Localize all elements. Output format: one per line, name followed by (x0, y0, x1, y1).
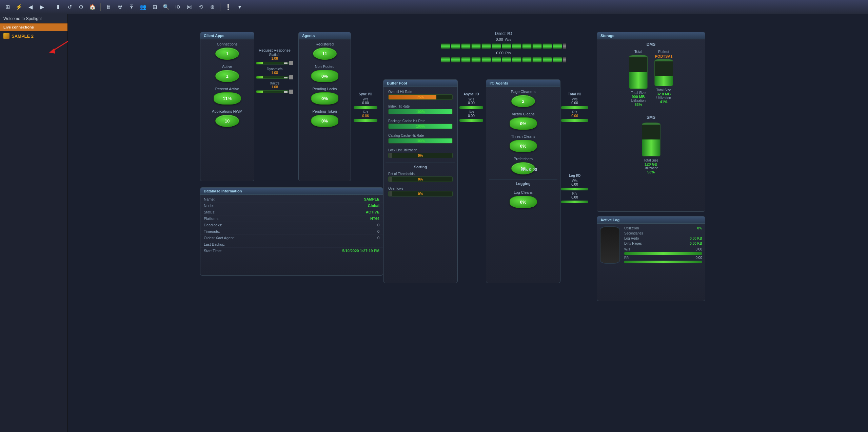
db-last-backup-label: Last Backup: (204, 242, 258, 246)
io-seg (481, 57, 491, 62)
xacts-row: Xact/s 1.08 (256, 81, 293, 94)
io-seg (461, 57, 471, 62)
db-info-title: Database Information (200, 188, 383, 195)
xacts-label: Xact/s (256, 81, 293, 85)
db-timeouts-row: Timeouts: 0 (200, 228, 383, 235)
dms-total-size-label: Total Size (629, 91, 648, 95)
log-cleans-value: 0% (510, 196, 537, 208)
db-oldest-xact-value: 0 (258, 236, 379, 240)
toolbar-icon-1[interactable]: ⊞ (3, 2, 12, 12)
overflows-row: Overflows 0% (386, 186, 455, 198)
log-ws-value: 0.00 (561, 183, 588, 186)
toolbar-icon-agent[interactable]: ⟲ (196, 2, 205, 12)
toolbar-icon-refresh[interactable]: ↺ (65, 2, 74, 12)
io-seg (512, 43, 521, 49)
log-io-section: Log I/O W/s 0.00 R/s 0.00 (561, 174, 588, 205)
io-seg (532, 57, 542, 62)
dms-total-label: Total (629, 50, 648, 54)
pending-locks-label: Pending Locks (301, 87, 348, 91)
toolbar-icon-search[interactable]: 🔍 (161, 2, 171, 12)
non-pooled-section: Non-Pooled 0% (301, 64, 348, 83)
catalog-cache-bar: 100% (388, 138, 453, 144)
wis-label: Wis 0.00 (521, 167, 537, 172)
log-ws-label: W/s (561, 179, 588, 183)
toolbar-icon-network[interactable]: ⋈ (184, 2, 194, 12)
request-response-section: Request Response Static/s 1.08 Dynamic/s… (256, 48, 293, 94)
sms-label: SMS (600, 115, 702, 120)
sms-util-label: Utilization (600, 166, 702, 170)
statics-row: Static/s 1.08 (256, 53, 293, 65)
non-pooled-value: 0% (311, 70, 338, 82)
async-io-rs-bar (459, 119, 483, 122)
active-log-content: Utilization 0% Secondaries Log Redo 0.00… (597, 224, 705, 267)
active-log-ws-value: 0.00 (696, 247, 702, 251)
toolbar-icon-storage[interactable]: 🗄 (127, 2, 136, 12)
db-name-label: Name: (204, 197, 258, 201)
io-seg (492, 43, 501, 49)
io-seg (553, 43, 562, 49)
buffer-pool-panel: Buffer Pool Overall Hit Rate 75% Index H… (383, 79, 458, 283)
db-timeouts-label: Timeouts: (204, 229, 258, 233)
io-seg (522, 57, 532, 62)
dms-total: Total Total Size 900 MB Utilization 53% (629, 50, 648, 107)
total-io-label: Total I/O (568, 92, 581, 96)
io-seg-end (563, 57, 566, 62)
buffer-pool-title: Buffer Pool (383, 80, 457, 87)
toolbar-icon-users[interactable]: 👥 (138, 2, 148, 12)
toolbar-icon-pause[interactable]: ⏸ (53, 2, 63, 12)
overflows-fill (389, 191, 392, 196)
main-content: Direct I/O 0.00 W/s 0.00 R/s (68, 14, 868, 432)
prefetchers-section: Prefetchers 16 (489, 157, 557, 176)
index-hit-rate-label: Index Hit Rate (388, 105, 453, 108)
sorting-section: Sorting (386, 163, 455, 171)
overall-hit-rate-bar: 75% (388, 94, 453, 100)
direct-io-rs-value: 0.00 (496, 51, 504, 55)
toolbar-icon-settings[interactable]: ⚙ (76, 2, 86, 12)
page-cleaners-label: Page Cleaners (489, 90, 557, 94)
toolbar-icon-monitor[interactable]: 🖥 (104, 2, 113, 12)
registered-label: Registered (301, 42, 348, 46)
sidebar-server-name: SAMPLE 2 (12, 34, 34, 39)
connections-value: 1 (215, 48, 239, 60)
package-cache-bar: 100% (388, 124, 453, 129)
percent-active-value: 11% (214, 92, 241, 105)
io-seg (542, 43, 552, 49)
active-log-redo-value: 0.00 KB (690, 237, 702, 240)
async-io-section: Async I/O W/s 0.00 R/s 0.00 (459, 92, 483, 123)
toolbar-icon-4[interactable]: ▶ (37, 2, 47, 12)
pct-thresholds-bar: 0% (388, 176, 453, 182)
toolbar-icon-alert[interactable]: ❕ (223, 2, 233, 12)
toolbar-icon-db[interactable]: ☢ (115, 2, 125, 12)
io-seg (471, 57, 481, 62)
sms-total-section: Total Size 120 GB Utilization 53% (600, 123, 702, 174)
toolbar-icon-disk[interactable]: ⊛ (208, 2, 217, 12)
toolbar-icon-io[interactable]: IO (173, 2, 182, 12)
toolbar-icon-2[interactable]: ⚡ (14, 2, 24, 12)
active-log-cylinder (600, 226, 620, 264)
toolbar-icon-menu[interactable]: ▾ (235, 2, 244, 12)
db-deadlocks-row: Deadlocks: 0 (200, 222, 383, 228)
toolbar-icon-3[interactable]: ◀ (26, 2, 35, 12)
page-cleaners-value: 2 (511, 95, 535, 107)
lock-list-label: Lock List Utilization (388, 148, 453, 152)
toolbar-icon-home[interactable]: 🏠 (88, 2, 97, 12)
db-platform-value: NT64 (258, 217, 379, 221)
pct-thresholds-row: Pct of Thresholds 0% (386, 171, 455, 183)
db-status-value: ACTIVE (258, 210, 379, 214)
victim-cleans-section: Victim Cleans 0% (489, 112, 557, 131)
log-cleans-label: Log Cleans (489, 190, 557, 194)
app-hwm-label: Applications HWM (203, 109, 251, 113)
io-seg (451, 57, 460, 62)
db-node-label: Node: (204, 204, 258, 208)
dms-fullest-util-value: 41% (654, 100, 673, 104)
sync-io-ws-value: 0.00 (354, 101, 377, 105)
toolbar-icon-grid[interactable]: ⊞ (150, 2, 159, 12)
sidebar-item-sample2[interactable]: SAMPLE 2 (0, 31, 67, 41)
sidebar-live-connections[interactable]: Live connections (0, 23, 67, 31)
db-deadlocks-label: Deadlocks: (204, 223, 258, 227)
io-seg (502, 43, 511, 49)
io-seg (461, 43, 471, 49)
victim-cleans-label: Victim Cleans (489, 112, 557, 116)
dms-total-section: Total Total Size 900 MB Utilization 53% (600, 50, 702, 107)
pending-token-section: Pending Token 0% (301, 109, 348, 128)
